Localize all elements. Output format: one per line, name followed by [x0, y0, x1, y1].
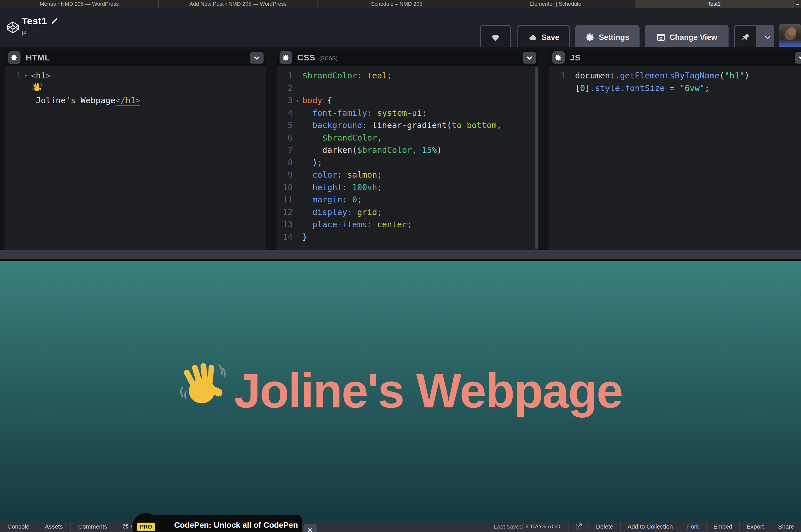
save-button[interactable]: Save — [518, 25, 570, 50]
pro-badge-label: PRO — [137, 522, 155, 531]
export-button[interactable]: Export — [739, 521, 771, 532]
open-in-new-window-button[interactable] — [568, 521, 589, 532]
delete-button[interactable]: Delete — [589, 521, 620, 532]
save-button-label: Save — [541, 33, 559, 42]
browser-tab-schedule[interactable]: Schedule – NMD 295 — [317, 0, 476, 8]
heart-icon — [491, 33, 500, 42]
last-saved-value: 2 DAYS AGO — [526, 524, 561, 530]
html-panel: HTML 1▾<h1> Joline's Webpage</h1> — [5, 50, 266, 250]
codepen-logo-icon[interactable] — [6, 19, 19, 36]
css-panel-collapse-button[interactable] — [523, 52, 536, 63]
pin-split-button — [734, 25, 774, 50]
console-button[interactable]: Console — [0, 521, 37, 532]
gear-icon — [282, 54, 289, 61]
js-panel-collapse-button[interactable] — [795, 52, 801, 63]
edit-title-pencil-icon[interactable] — [51, 18, 58, 24]
pro-ad-text: CodePen: Unlock all of CodePen — [174, 520, 298, 530]
html-panel-collapse-button[interactable] — [250, 52, 264, 63]
preview-iframe[interactable]: Joline's Webpage — [0, 261, 801, 521]
js-panel-gear-button[interactable] — [552, 51, 565, 64]
gear-icon — [11, 54, 18, 61]
js-code-editor[interactable]: 1document.getElementsByTagName("h1")[0].… — [549, 66, 801, 250]
external-link-icon — [575, 523, 582, 530]
waving-hand-emoji — [179, 362, 226, 420]
ad-close-button[interactable]: ✕ — [303, 524, 317, 532]
gear-icon — [585, 33, 595, 42]
preview-heading: Joline's Webpage — [179, 362, 622, 420]
change-view-icon — [656, 33, 666, 42]
html-code-editor[interactable]: 1▾<h1> Joline's Webpage</h1> — [5, 66, 266, 250]
change-view-button-label: Change View — [670, 33, 718, 42]
preview-heading-text: Joline's Webpage — [234, 363, 622, 419]
cloud-icon — [528, 33, 537, 42]
change-view-button[interactable]: Change View — [645, 25, 729, 50]
browser-tab-test1[interactable]: Test1 — [635, 0, 794, 8]
css-editor-scrollbar[interactable] — [535, 67, 538, 249]
pen-owner[interactable]: P — [22, 30, 58, 38]
comments-button[interactable]: Comments — [71, 521, 115, 532]
codepen-window: Menus ‹ NMD 295 — WordPress Add New Post… — [0, 0, 801, 532]
waving-hand-emoji — [31, 83, 43, 93]
html-panel-header: HTML — [5, 50, 266, 66]
avatar[interactable] — [779, 24, 801, 50]
chevron-down-icon — [253, 54, 260, 61]
pen-title: Test1 — [22, 15, 47, 26]
assets-button[interactable]: Assets — [37, 521, 71, 532]
browser-tab-strip: Menus ‹ NMD 295 — WordPress Add New Post… — [0, 0, 801, 8]
gear-icon — [555, 54, 562, 61]
share-button[interactable]: Share — [771, 521, 801, 532]
js-panel-title: JS — [570, 53, 581, 62]
like-button[interactable] — [480, 25, 510, 50]
browser-tab-elementor[interactable]: Elementor | Schedule — [476, 0, 635, 8]
css-panel-header: CSS (SCSS) — [277, 50, 539, 66]
editor-zone: HTML 1▾<h1> Joline's Webpage</h1> — [0, 47, 801, 260]
embed-button[interactable]: Embed — [706, 521, 739, 532]
browser-tab-partial[interactable]: – — [794, 0, 801, 8]
pin-dropdown-button[interactable] — [761, 25, 774, 50]
app-header: Test1 P Save — [0, 8, 801, 47]
settings-button-label: Settings — [599, 33, 629, 42]
css-preprocessor-label: (SCSS) — [319, 55, 337, 62]
css-panel-gear-button[interactable] — [280, 51, 292, 64]
js-panel: JS 1document.getElementsByTagName("h1")[… — [549, 50, 801, 250]
settings-button[interactable]: Settings — [575, 25, 639, 50]
browser-tab-add-new-post[interactable]: Add New Post ‹ NMD 295 — WordPress — [159, 0, 317, 8]
css-panel: CSS (SCSS) 1$brandColor: teal;23▾body {4… — [277, 50, 539, 250]
editor-preview-resizer[interactable] — [0, 250, 801, 260]
last-saved-label: Last saved — [494, 523, 523, 530]
chevron-down-icon — [526, 54, 533, 61]
html-panel-title: HTML — [26, 53, 50, 62]
html-panel-gear-button[interactable] — [8, 51, 21, 64]
chevron-down-icon — [798, 54, 801, 61]
chevron-down-icon — [764, 34, 771, 41]
add-to-collection-button[interactable]: Add to Collection — [620, 521, 680, 532]
last-saved-status: Last saved 2 DAYS AGO — [486, 523, 568, 530]
browser-tab-menus[interactable]: Menus ‹ NMD 295 — WordPress — [0, 0, 159, 8]
footer-bar: Console Assets Comments ⌘ Keys Last save… — [0, 521, 801, 532]
pin-button[interactable] — [734, 25, 757, 50]
pushpin-icon — [741, 33, 750, 42]
js-panel-header: JS — [549, 50, 801, 66]
css-panel-title: CSS — [297, 53, 315, 62]
fork-button[interactable]: Fork — [680, 521, 706, 532]
css-code-editor[interactable]: 1$brandColor: teal;23▾body {4 font-famil… — [277, 66, 539, 250]
